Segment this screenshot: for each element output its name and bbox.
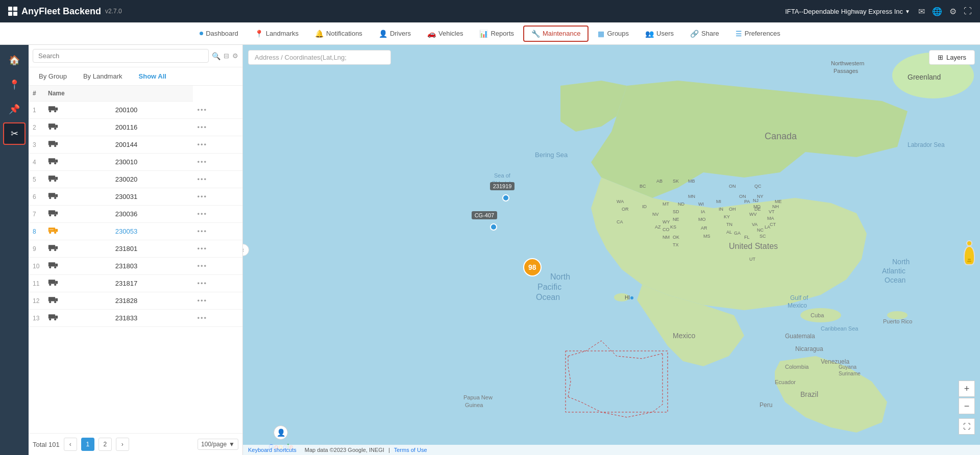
cell-num: 11 <box>29 275 44 292</box>
prev-page-btn[interactable]: ‹ <box>64 438 77 451</box>
sidebar-item-home[interactable]: 🏠 <box>3 49 26 71</box>
cell-menu[interactable]: ••• <box>193 223 242 240</box>
tab-show-all[interactable]: Show All <box>133 70 173 82</box>
nav-item-groups[interactable]: ▦ Groups <box>591 27 636 41</box>
nav-item-vehicles[interactable]: 🚗 Vehicles <box>420 27 470 41</box>
share-icon: 🔗 <box>690 30 699 38</box>
svg-text:Mexico: Mexico <box>788 302 807 309</box>
svg-point-52 <box>54 318 56 320</box>
layers-button[interactable]: ⊞ Layers <box>929 50 975 65</box>
svg-text:VT: VT <box>769 209 775 214</box>
tab-by-landmark[interactable]: By Landmark <box>77 70 129 82</box>
nav-item-landmarks[interactable]: 📍 Landmarks <box>248 27 306 41</box>
svg-rect-25 <box>55 212 58 215</box>
map-label-cg407[interactable]: CG-407 <box>472 211 498 219</box>
svg-text:CA: CA <box>617 219 623 224</box>
tab-by-group[interactable]: By Group <box>33 70 73 82</box>
map-area[interactable]: Greenland Northwestern Passages Hudson B… <box>243 45 980 455</box>
svg-text:PA: PA <box>744 199 750 204</box>
svg-text:WY: WY <box>663 219 670 224</box>
address-placeholder: Address / Coordinates(Lat,Lng; <box>255 54 347 61</box>
cell-name: 231833 <box>111 310 193 327</box>
cell-menu[interactable]: ••• <box>193 292 242 310</box>
zoom-in-btn[interactable]: + <box>959 381 975 397</box>
cell-menu[interactable]: ••• <box>193 258 242 275</box>
grid-icon[interactable] <box>8 7 17 16</box>
sidebar: 🏠 📍 📌 ✂ <box>0 45 29 455</box>
settings-filter-icon[interactable]: ⚙ <box>232 52 238 60</box>
chevron-left-icon: ‹ <box>243 246 244 254</box>
map-zoom-controls: + − <box>959 381 975 414</box>
cell-icon <box>44 136 111 154</box>
svg-text:ON: ON <box>739 194 746 199</box>
svg-text:Colombia: Colombia <box>785 364 809 370</box>
nav-item-share[interactable]: 🔗 Share <box>683 27 726 41</box>
svg-text:NY: NY <box>757 194 764 199</box>
svg-text:AZ: AZ <box>655 224 661 230</box>
svg-text:Canada: Canada <box>765 131 797 141</box>
filter-icon[interactable]: ⊟ <box>224 52 229 60</box>
cell-num: 4 <box>29 154 44 171</box>
landmarks-icon: 📍 <box>255 30 263 38</box>
map-address-bar[interactable]: Address / Coordinates(Lat,Lng; <box>248 50 391 65</box>
cell-menu[interactable]: ••• <box>193 275 242 292</box>
svg-point-2 <box>49 110 51 112</box>
cell-menu[interactable]: ••• <box>193 102 242 119</box>
mail-icon[interactable]: ✉ <box>918 7 925 16</box>
table-row: 1 200100 ••• <box>29 102 242 119</box>
sidebar-item-location2[interactable]: 📌 <box>3 98 26 120</box>
nav-item-maintenance[interactable]: 🔧 Maintenance <box>523 26 589 42</box>
svg-text:AB: AB <box>656 179 663 184</box>
cell-icon <box>44 223 111 240</box>
sidebar-item-maintenance[interactable]: ✂ <box>3 122 26 145</box>
cell-menu[interactable]: ••• <box>193 136 242 154</box>
nav-item-preferences[interactable]: ☰ Preferences <box>728 27 788 41</box>
page-2-btn[interactable]: 2 <box>99 438 112 451</box>
per-page-select[interactable]: 100/page ▼ <box>198 439 238 450</box>
topbar-right: IFTA--Dependable Highway Express Inc ▼ ✉… <box>785 7 972 16</box>
cell-menu[interactable]: ••• <box>193 206 242 223</box>
svg-text:Bering Sea: Bering Sea <box>535 151 568 159</box>
nav-item-users[interactable]: 👥 Users <box>638 27 681 41</box>
globe-icon[interactable]: 🌐 <box>932 7 942 16</box>
cell-menu[interactable]: ••• <box>193 188 242 206</box>
company-name[interactable]: IFTA--Dependable Highway Express Inc ▼ <box>785 8 910 15</box>
svg-text:UT: UT <box>749 257 755 262</box>
search-icon[interactable]: 🔍 <box>212 52 220 60</box>
svg-rect-29 <box>55 229 58 232</box>
svg-text:Greenland: Greenland <box>908 73 941 81</box>
fullscreen-icon[interactable]: ⛶ <box>964 7 972 16</box>
cell-icon <box>44 102 111 119</box>
my-location-btn[interactable]: 👤 <box>274 425 288 440</box>
maintenance-icon: 🔧 <box>531 30 540 38</box>
nav-item-drivers[interactable]: 👤 Drivers <box>372 27 418 41</box>
next-page-btn[interactable]: › <box>116 438 129 451</box>
map-label-231919[interactable]: 231919 <box>490 182 515 190</box>
col-header-actions <box>111 86 193 102</box>
svg-text:WI: WI <box>698 201 704 207</box>
cell-menu[interactable]: ••• <box>193 119 242 136</box>
terms-link[interactable]: Terms of Use <box>394 447 427 453</box>
settings-icon[interactable]: ⚙ <box>949 7 957 16</box>
table-row: 5 230020 ••• <box>29 171 242 188</box>
search-input[interactable] <box>33 49 209 63</box>
page-1-btn[interactable]: 1 <box>81 438 94 451</box>
streetview-pegman[interactable] <box>964 246 975 265</box>
cell-menu[interactable]: ••• <box>193 154 242 171</box>
keyboard-shortcuts-link[interactable]: Keyboard shortcuts <box>248 447 297 453</box>
zoom-out-btn[interactable]: − <box>959 398 975 414</box>
map-cluster-98[interactable]: 98 <box>523 258 542 276</box>
cell-name[interactable]: 230053 <box>111 223 193 240</box>
svg-text:ON: ON <box>729 184 736 189</box>
svg-rect-0 <box>48 106 55 110</box>
cell-menu[interactable]: ••• <box>193 240 242 258</box>
svg-point-44 <box>54 284 56 286</box>
cell-menu[interactable]: ••• <box>193 310 242 327</box>
cell-menu[interactable]: ••• <box>193 171 242 188</box>
nav-item-dashboard[interactable]: Dashboard <box>192 27 246 40</box>
sidebar-item-location[interactable]: 📍 <box>3 73 26 96</box>
svg-rect-37 <box>48 262 55 266</box>
map-fullscreen-btn[interactable]: ⛶ <box>959 418 975 435</box>
nav-item-reports[interactable]: 📊 Reports <box>472 27 521 41</box>
nav-item-notifications[interactable]: 🔔 Notifications <box>308 27 370 41</box>
